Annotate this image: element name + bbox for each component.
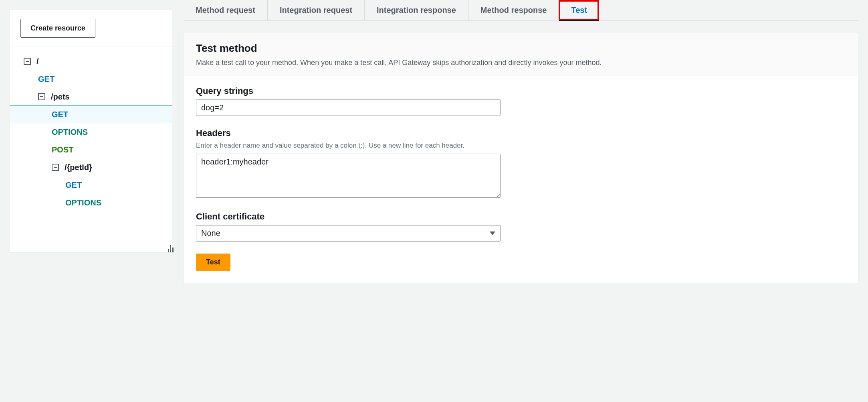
tab-integration-response[interactable]: Integration response — [364, 0, 468, 20]
test-button[interactable]: Test — [196, 254, 230, 271]
headers-hint: Enter a header name and value separated … — [196, 142, 501, 150]
method-tabs: Method request Integration request Integ… — [184, 0, 858, 21]
tree-node-petid[interactable]: /{petId} — [10, 158, 172, 176]
create-resource-button[interactable]: Create resource — [20, 19, 95, 38]
tree-node-pets-get[interactable]: GET — [10, 106, 172, 123]
tree-node-petid-options[interactable]: OPTIONS — [10, 194, 172, 211]
tab-test[interactable]: Test — [559, 0, 599, 20]
tree-node-petid-get[interactable]: GET — [10, 176, 172, 194]
main-content: Method request Integration request Integ… — [172, 0, 868, 402]
headers-label: Headers — [196, 128, 501, 138]
http-method-label: GET — [52, 110, 68, 119]
http-method-label: POST — [52, 145, 73, 154]
tree-node-label: /{petId} — [65, 163, 92, 172]
collapse-icon[interactable] — [24, 58, 31, 65]
resize-handle-icon[interactable] — [168, 241, 174, 252]
tree-node-label: / — [36, 57, 39, 66]
test-method-panel: Test method Make a test call to your met… — [184, 32, 858, 283]
headers-input[interactable] — [196, 154, 501, 198]
tree-node-pets-post[interactable]: POST — [10, 141, 172, 158]
query-strings-label: Query strings — [196, 86, 501, 96]
tab-integration-request[interactable]: Integration request — [267, 0, 364, 20]
tree-node-root-get[interactable]: GET — [10, 70, 172, 88]
tab-method-response[interactable]: Method response — [468, 0, 559, 20]
http-method-label: GET — [38, 75, 55, 84]
panel-description: Make a test call to your method. When yo… — [196, 59, 846, 67]
collapse-icon[interactable] — [52, 164, 59, 171]
client-certificate-label: Client certificate — [196, 211, 501, 222]
http-method-label: GET — [65, 181, 82, 190]
tab-method-request[interactable]: Method request — [184, 0, 267, 20]
http-method-label: OPTIONS — [52, 128, 88, 137]
tree-node-root[interactable]: / — [10, 53, 172, 70]
client-certificate-value: None — [201, 229, 220, 238]
tree-node-label: /pets — [51, 92, 70, 102]
sidebar: Create resource / GET /pets GET — [0, 0, 172, 402]
query-strings-input[interactable] — [196, 99, 501, 116]
tree-node-pets[interactable]: /pets — [10, 88, 172, 106]
resource-tree: / GET /pets GET OPTIONS POST — [10, 47, 172, 219]
http-method-label: OPTIONS — [65, 198, 101, 207]
panel-title: Test method — [196, 42, 846, 55]
client-certificate-select[interactable]: None — [196, 225, 501, 242]
chevron-down-icon — [490, 231, 495, 235]
collapse-icon[interactable] — [38, 93, 45, 100]
tree-node-pets-options[interactable]: OPTIONS — [10, 123, 172, 141]
